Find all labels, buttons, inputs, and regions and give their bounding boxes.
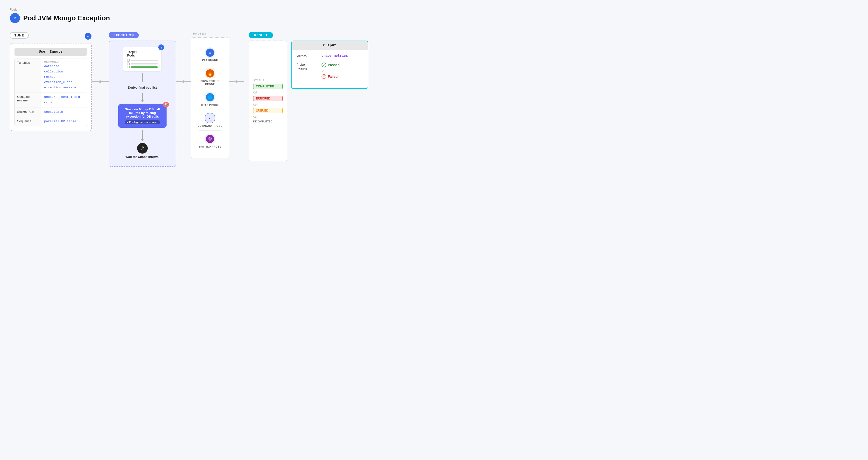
output-body: Metrics chaos metrics ProbeResults ✓ Pas… [291, 50, 368, 83]
prometheus-probe-icon: 🔥 [205, 68, 215, 79]
http-probe-icon: 🌐 [205, 92, 215, 103]
metrics-label: Metrics [297, 54, 316, 58]
fault-label: Fault [10, 8, 858, 11]
required-label: REQUIRED [44, 60, 84, 63]
queued-badge: QUEUED [253, 108, 283, 113]
probes-label: PROBES [191, 32, 229, 35]
privilege-text: Privilege access required [129, 121, 158, 124]
arrow-down-3 [141, 130, 144, 141]
probe-results-values: ✓ Passed OR ✕ Failed [321, 63, 340, 79]
status-box: STATUS COMPLETED OR ERRORED OR QUEUED OR… [249, 40, 287, 161]
arrow-down-1 [141, 73, 144, 82]
srm-probe-item: 🔮 SRM SLO PROBE [199, 133, 221, 148]
execution-to-probes-connector [176, 32, 191, 83]
socket-path-value: socketpath [44, 110, 84, 115]
execution-box: ⎈ TargetPods Derive final pod list [108, 40, 176, 167]
incompleted-text: INCOMPLETED [253, 120, 283, 123]
tunables-label: Tunables [15, 58, 41, 92]
svg-text:⎈: ⎈ [13, 15, 17, 21]
metrics-value: chaos metrics [321, 54, 348, 58]
privilege-badge: ● Privilege access required [125, 120, 160, 124]
srm-probe-icon: 🔮 [205, 133, 215, 144]
user-inputs-header: User Inputs [14, 48, 87, 56]
wait-icon: ⏱ [137, 143, 148, 154]
passed-row: ✓ Passed [321, 63, 340, 67]
k8s-probe-icon: ⎈ [205, 47, 215, 58]
completed-badge: COMPLETED [253, 84, 283, 89]
tune-section: TUNE ⎈ User Inputs Tunables REQUIRED dat… [10, 32, 92, 131]
k8s-probe-item: ⎈ K8S PROBE [202, 47, 218, 62]
k8s-icon-large: ⎈ [10, 13, 20, 24]
tunables-values: databasecollectionmethodexception_classe… [44, 64, 84, 90]
or-3: OR [253, 115, 283, 118]
or-2: OR [253, 103, 283, 106]
sequence-label: Sequence [15, 117, 41, 126]
command-probe-icon: >_ [205, 113, 215, 123]
srm-probe-label: SRM SLO PROBE [199, 145, 221, 148]
target-pods-card: ⎈ TargetPods [123, 47, 162, 71]
sequence-value: parallel OR serial [44, 119, 84, 124]
divider-3 [199, 110, 221, 110]
failed-label: Failed [328, 74, 337, 79]
probe-results-row: ProbeResults ✓ Passed OR ✕ Failed [297, 63, 363, 79]
or-1: OR [253, 91, 283, 94]
tune-badge: TUNE [10, 32, 29, 39]
divider-4 [199, 130, 221, 131]
socket-path-label: Socket Path [15, 108, 41, 117]
execution-badge: EXECUTION [108, 32, 139, 38]
prometheus-probe-item: 🔥 PROMETHEUS PROBE [196, 68, 224, 86]
svg-text:>_: >_ [208, 116, 212, 121]
or-probe: OR [321, 69, 340, 72]
probe-results-label: ProbeResults [297, 63, 316, 71]
svg-text:🔥: 🔥 [207, 71, 213, 76]
command-probe-label: COMMAND PROBE [198, 124, 222, 127]
svg-text:⎈: ⎈ [160, 46, 162, 49]
page-title: Pod JVM Mongo Exception [23, 14, 110, 22]
k8s-icon-tune-right: ⎈ [85, 33, 92, 41]
tunables-row: Tunables REQUIRED databasecollectionmeth… [15, 58, 87, 92]
k8s-probe-label: K8S PROBE [202, 59, 218, 62]
http-probe-item: 🌐 HTTP PROBE [201, 92, 219, 107]
inputs-table: Tunables REQUIRED databasecollectionmeth… [14, 58, 87, 126]
prometheus-probe-label: PROMETHEUS PROBE [196, 80, 224, 86]
tune-box: User Inputs Tunables REQUIRED databaseco… [10, 43, 92, 131]
derive-label: Derive final pod list [128, 86, 157, 89]
command-probe-item: >_ COMMAND PROBE [198, 113, 222, 127]
socket-path-row: Socket Path socketpath [15, 108, 87, 117]
result-row: STATUS COMPLETED OR ERRORED OR QUEUED OR… [249, 40, 368, 161]
passed-label: Passed [328, 63, 340, 67]
result-badge: RESULT [249, 32, 273, 38]
k8s-icon-target: ⎈ [158, 44, 164, 52]
errored-badge: ERRORED [253, 96, 283, 101]
svg-text:⎈: ⎈ [209, 51, 211, 55]
svg-text:⎈: ⎈ [87, 34, 89, 38]
x-icon: ✕ [321, 74, 327, 79]
checkbox-lines [127, 59, 158, 68]
probes-to-result-connector [229, 32, 244, 83]
arrow-down-2 [141, 93, 144, 102]
metrics-row: Metrics chaos metrics [297, 54, 363, 58]
failed-row: ✕ Failed [321, 74, 340, 79]
target-pods-title: TargetPods [127, 50, 158, 57]
sequence-row: Sequence parallel OR serial [15, 117, 87, 126]
http-probe-label: HTTP PROBE [201, 103, 219, 107]
simulate-card: 🎲 Simulate MongoDB call failures by rais… [118, 104, 166, 128]
check-icon: ✓ [321, 63, 327, 67]
svg-text:🌐: 🌐 [208, 95, 212, 100]
tune-to-execution-connector [92, 32, 108, 83]
simulate-label: Simulate MongoDB call failures by raisin… [125, 108, 160, 118]
status-label: STATUS [253, 79, 283, 82]
execution-section: EXECUTION ⎈ TargetPods [108, 32, 176, 167]
probes-section: PROBES ⎈ K8S PROBE 🔥 [191, 32, 229, 158]
container-runtime-values: docker , containerdcrio [44, 94, 84, 105]
container-runtime-label: Container runtime [15, 92, 41, 107]
container-runtime-row: Container runtime docker , containerdcri… [15, 92, 87, 107]
probes-box: ⎈ K8S PROBE 🔥 PROMETHEUS PROBE [191, 37, 229, 158]
output-box: Output Metrics chaos metrics ProbeResult… [291, 40, 368, 89]
svg-text:🔮: 🔮 [208, 137, 212, 141]
output-header: Output [291, 41, 368, 50]
simulate-icon: 🎲 [163, 102, 169, 108]
wait-label: Wait for Chaos Interval [125, 155, 159, 159]
result-section: RESULT STATUS COMPLETED OR ERRORED OR QU… [249, 32, 368, 161]
